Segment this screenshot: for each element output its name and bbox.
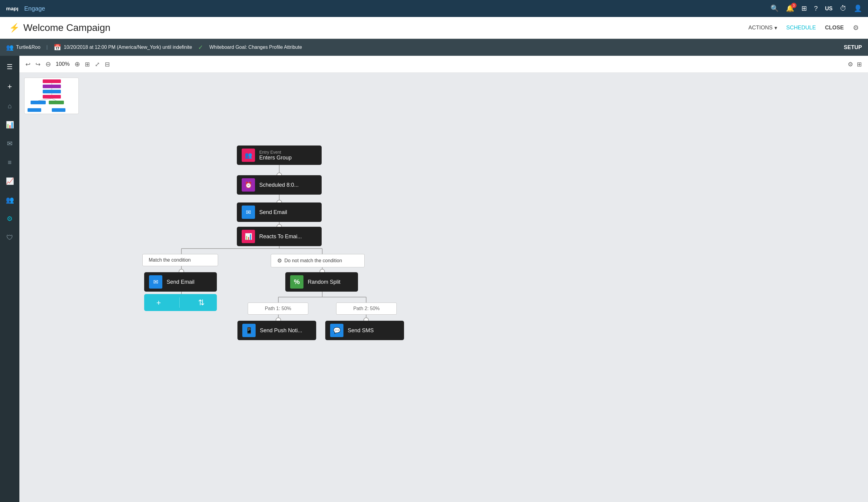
- sidebar-item-stats[interactable]: 📈: [3, 175, 16, 188]
- toolbar-right: ⚙ ⊞: [848, 61, 862, 68]
- svg-rect-5: [31, 101, 46, 104]
- main-layout: ☰ + ⌂ 📊 ✉ ≡ 📈 👥 ⚙ 🛡 ↩ ↪ ⊖ 100% ⊕ ⊞ ⤢ ⊟ ⚙…: [0, 56, 868, 502]
- sidebar-item-list[interactable]: ≡: [6, 156, 14, 169]
- sidebar-item-home[interactable]: ⌂: [5, 100, 14, 112]
- close-button[interactable]: CLOSE: [825, 24, 844, 31]
- schedule-item: 📅 10/20/2018 at 12:00 PM (America/New_Yo…: [54, 44, 192, 51]
- entry-icon: 👥: [242, 149, 255, 162]
- add-node-button[interactable]: +: [150, 298, 167, 308]
- node-entry-event[interactable]: 👥 Entry Event Enters Group: [237, 145, 322, 165]
- reacts-icon: 📊: [242, 230, 255, 243]
- entry-text: Entry Event Enters Group: [259, 150, 292, 161]
- campaign-bar: ⚡ Welcome Campaign ACTIONS ▾ SCHEDULE CL…: [0, 17, 868, 39]
- sidebar: ☰ + ⌂ 📊 ✉ ≡ 📈 👥 ⚙ 🛡: [0, 56, 19, 502]
- condition-match-label: Match the condition: [149, 257, 191, 263]
- node-send-email-2[interactable]: ✉ Send Email: [144, 272, 217, 292]
- send-email-1-icon: ✉: [242, 205, 255, 219]
- zoom-in-icon[interactable]: ⊕: [74, 60, 80, 68]
- path-2-label: Path 2: 50%: [353, 306, 380, 311]
- split-button[interactable]: ⇅: [192, 298, 211, 308]
- node-random-split[interactable]: % Random Split: [285, 272, 358, 292]
- user-icon[interactable]: 👤: [854, 4, 862, 12]
- separator-1: |: [46, 44, 48, 50]
- setup-button[interactable]: SETUP: [844, 44, 862, 51]
- goal-text: Whiteboard Goal: Changes Profile Attribu…: [209, 44, 302, 50]
- chevron-down-icon: ▾: [774, 24, 777, 31]
- sidebar-item-chart[interactable]: 📊: [3, 119, 16, 131]
- search-icon[interactable]: 🔍: [771, 4, 779, 12]
- team-icon: 👥: [6, 44, 14, 51]
- svg-rect-1: [43, 79, 61, 83]
- campaign-title: Welcome Campaign: [23, 22, 111, 33]
- svg-rect-7: [28, 108, 41, 112]
- canvas-wrapper: ↩ ↪ ⊖ 100% ⊕ ⊞ ⤢ ⊟ ⚙ ⊞: [19, 56, 868, 502]
- undo-icon[interactable]: ↩: [25, 61, 31, 68]
- sidebar-item-menu[interactable]: ☰: [4, 61, 15, 73]
- sub-bar: 👥 Turtle&Roo | 📅 10/20/2018 at 12:00 PM …: [0, 39, 868, 56]
- schedule-text: 10/20/2018 at 12:00 PM (America/New_York…: [64, 44, 192, 50]
- sidebar-item-automation[interactable]: ⚙: [4, 212, 15, 225]
- campaign-icon: ⚡: [9, 23, 20, 33]
- condition-no-match-label: Do not match the condition: [285, 258, 342, 263]
- module-label: Engage: [24, 5, 45, 12]
- svg-line-13: [52, 99, 56, 101]
- scheduled-label: Scheduled 8:0...: [259, 182, 299, 188]
- node-scheduled[interactable]: ⏰ Scheduled 8:0...: [237, 175, 322, 194]
- fit-icon[interactable]: ⊞: [85, 61, 90, 68]
- redo-icon[interactable]: ↪: [35, 61, 41, 68]
- calendar-icon: 📅: [54, 44, 61, 51]
- svg-text:mapp: mapp: [6, 6, 18, 11]
- send-push-icon: 📱: [242, 324, 256, 337]
- send-sms-icon: 💬: [330, 324, 343, 337]
- sidebar-item-people[interactable]: 👥: [3, 194, 16, 207]
- send-sms-label: Send SMS: [348, 328, 374, 334]
- svg-rect-2: [43, 84, 61, 88]
- svg-rect-4: [43, 95, 61, 99]
- minimap: [24, 78, 79, 114]
- path-2-box[interactable]: Path 2: 50%: [336, 302, 397, 315]
- sidebar-item-messages[interactable]: ✉: [4, 137, 15, 150]
- send-email-1-label: Send Email: [259, 209, 287, 215]
- svg-rect-3: [43, 90, 61, 93]
- svg-rect-8: [52, 108, 65, 112]
- team-label: Turtle&Roo: [16, 44, 40, 50]
- settings-icon[interactable]: ⚙: [853, 24, 859, 32]
- campaign-actions: ACTIONS ▾ SCHEDULE CLOSE ⚙: [748, 24, 859, 32]
- path-1-box[interactable]: Path 1: 50%: [248, 302, 308, 315]
- node-send-sms[interactable]: 💬 Send SMS: [325, 321, 404, 340]
- actions-button[interactable]: ACTIONS ▾: [748, 24, 777, 31]
- settings-icon[interactable]: ⚙: [848, 61, 853, 68]
- canvas-area[interactable]: 👥 Entry Event Enters Group ⏰ Scheduled 8…: [19, 73, 868, 502]
- expand-icon[interactable]: ⤢: [95, 61, 100, 68]
- timer-icon[interactable]: ⏱: [840, 4, 847, 12]
- path-1-label: Path 1: 50%: [265, 306, 291, 311]
- sidebar-item-add[interactable]: +: [5, 79, 14, 94]
- scheduled-icon: ⏰: [242, 178, 255, 192]
- condition-match[interactable]: Match the condition: [142, 254, 218, 266]
- connector-lines: [19, 73, 504, 436]
- goal-item: Whiteboard Goal: Changes Profile Attribu…: [209, 44, 302, 50]
- svg-rect-6: [49, 101, 64, 104]
- apps-icon[interactable]: ⊞: [802, 4, 807, 12]
- grid-icon[interactable]: ⊞: [857, 61, 862, 68]
- top-nav-right: 🔍 🔔 3 ⊞ ? US ⏱ 👤: [771, 4, 862, 12]
- zoom-out-icon[interactable]: ⊖: [45, 60, 51, 68]
- schedule-button[interactable]: SCHEDULE: [786, 24, 816, 31]
- node-send-email-1[interactable]: ✉ Send Email: [237, 202, 322, 222]
- condition-no-match[interactable]: ⚙ Do not match the condition: [271, 254, 365, 267]
- check-icon: ✓: [198, 44, 203, 51]
- random-split-label: Random Split: [308, 279, 340, 285]
- notification-badge: 3: [791, 3, 796, 8]
- region-label[interactable]: US: [825, 6, 833, 12]
- node-reacts[interactable]: 📊 Reacts To Emai...: [237, 227, 322, 246]
- layout-icon[interactable]: ⊟: [105, 61, 110, 68]
- random-split-icon: %: [290, 275, 303, 289]
- node-send-push[interactable]: 📱 Send Push Noti...: [237, 321, 316, 340]
- canvas-toolbar: ↩ ↪ ⊖ 100% ⊕ ⊞ ⤢ ⊟ ⚙ ⊞: [19, 56, 868, 73]
- notifications-icon[interactable]: 🔔 3: [786, 4, 794, 12]
- sidebar-item-shield[interactable]: 🛡: [4, 231, 16, 244]
- send-push-label: Send Push Noti...: [260, 328, 302, 334]
- logo: mapp: [6, 4, 18, 13]
- top-nav: mapp Engage 🔍 🔔 3 ⊞ ? US ⏱ 👤: [0, 0, 868, 17]
- help-icon[interactable]: ?: [814, 4, 818, 12]
